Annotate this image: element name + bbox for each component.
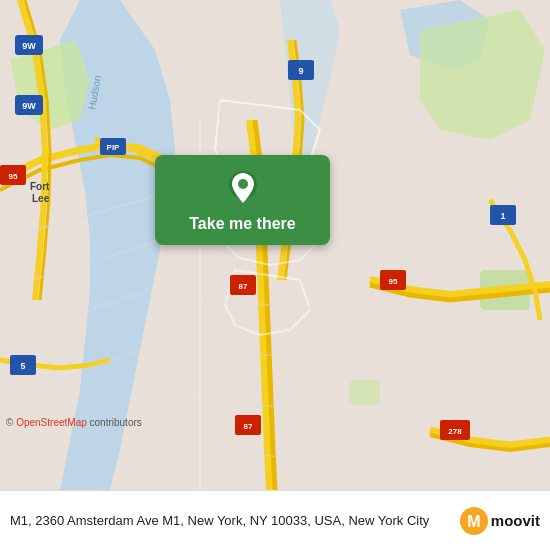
svg-text:278: 278 (448, 427, 462, 436)
take-me-there-button[interactable]: Take me there (155, 155, 330, 245)
svg-text:PIP: PIP (107, 143, 121, 152)
osm-text: © (6, 417, 16, 428)
svg-text:9W: 9W (22, 41, 36, 51)
svg-point-40 (238, 179, 248, 189)
svg-text:95: 95 (9, 172, 18, 181)
svg-text:Fort: Fort (30, 181, 50, 192)
moovit-logo: M moovit (460, 507, 540, 535)
info-bar: M1, 2360 Amsterdam Ave M1, New York, NY … (0, 490, 550, 550)
svg-text:9: 9 (298, 66, 303, 76)
svg-text:87: 87 (239, 282, 248, 291)
svg-text:95: 95 (389, 277, 398, 286)
take-me-there-label: Take me there (189, 215, 295, 233)
svg-text:9W: 9W (22, 101, 36, 111)
svg-text:M: M (467, 513, 480, 530)
svg-text:5: 5 (20, 361, 25, 371)
address-text: M1, 2360 Amsterdam Ave M1, New York, NY … (10, 512, 460, 530)
svg-text:87: 87 (244, 422, 253, 431)
osm-contributors: contributors (87, 417, 142, 428)
osm-link[interactable]: OpenStreetMap (16, 417, 87, 428)
map-container: 9W 9W 95 95 87 87 9 1 5 278 PIP Fort Lee… (0, 0, 550, 490)
osm-attribution: © OpenStreetMap contributors (6, 417, 142, 428)
svg-rect-2 (350, 380, 380, 405)
svg-text:Lee: Lee (32, 193, 50, 204)
moovit-m-icon: M (460, 507, 488, 535)
moovit-brand-text: moovit (491, 512, 540, 529)
location-pin-icon (224, 169, 262, 207)
svg-text:1: 1 (500, 211, 505, 221)
